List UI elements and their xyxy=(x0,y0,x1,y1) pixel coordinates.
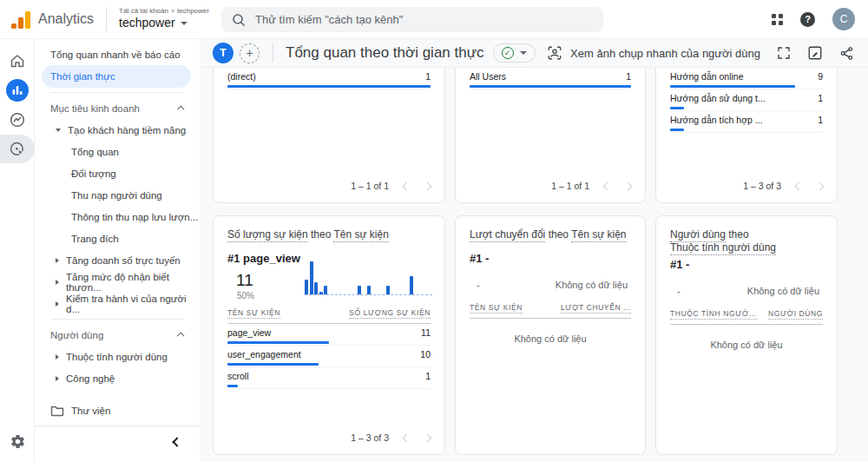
share-button[interactable] xyxy=(839,46,854,61)
sidebar-item-library[interactable]: Thư viện xyxy=(35,399,200,421)
insights-button[interactable] xyxy=(807,45,823,61)
pagination: 1 – 1 of 1 xyxy=(351,181,431,191)
sidebar-item-label: Tăng doanh số trực tuyến xyxy=(66,255,181,266)
sidebar-item-user-attributes[interactable]: Thuộc tính người dùng xyxy=(35,346,200,367)
sidebar-item-overview[interactable]: Tổng quan xyxy=(35,141,200,162)
prev-page-icon[interactable] xyxy=(403,433,411,442)
reports-icon xyxy=(6,79,29,102)
explore-icon xyxy=(9,111,26,129)
section-label: Người dùng xyxy=(50,330,103,340)
row-value: 1 xyxy=(425,371,431,382)
caret-right-icon xyxy=(56,301,59,307)
pagination-label: 1 – 3 of 3 xyxy=(743,181,781,191)
user-snapshot-button[interactable]: Xem ảnh chụp nhanh của người dùng xyxy=(547,45,760,61)
row-label: page_view xyxy=(227,327,271,339)
section-label: Mục tiêu kinh doanh xyxy=(50,103,140,114)
table-row: Hướng dẫn online 9 xyxy=(670,68,823,89)
rail-item-explore[interactable] xyxy=(0,105,35,134)
sidebar-item-tech[interactable]: Công nghệ xyxy=(35,367,200,389)
checkmark-icon: ✓ xyxy=(502,47,514,59)
row-bar xyxy=(227,341,329,344)
dimension-selector[interactable]: Tên sự kiện xyxy=(571,228,626,242)
next-page-icon[interactable] xyxy=(624,182,633,190)
collapse-sidebar-icon[interactable] xyxy=(172,437,181,446)
row-bar xyxy=(670,129,684,131)
metric-selector[interactable]: Lượt chuyển đổi xyxy=(470,228,545,242)
home-icon xyxy=(9,52,26,69)
insights-edit-icon xyxy=(807,45,823,61)
row-bar xyxy=(470,85,631,88)
sidebar-item-label: Thông tin thu nạp lưu lượn... xyxy=(71,212,198,222)
column-header[interactable]: NGƯỜI DÙNG xyxy=(768,309,823,320)
sidebar-item-audiences[interactable]: Đối tượng xyxy=(35,162,200,184)
next-page-icon[interactable] xyxy=(816,182,825,190)
add-comparison-button[interactable]: + xyxy=(240,43,260,63)
card-traffic-sources: (direct) 1 1 – 1 of 1 xyxy=(213,68,445,203)
sidebar-item-traffic-acquisition[interactable]: Thông tin thu nạp lưu lượn... xyxy=(35,206,200,228)
sidebar-item-landing-page[interactable]: Trang đích xyxy=(35,228,200,249)
sidebar-item-overview-snapshot[interactable]: Tổng quan nhanh về báo cáo xyxy=(35,43,200,65)
next-page-icon[interactable] xyxy=(424,182,432,190)
sidebar-item-label: Kiểm tra hành vi của người d... xyxy=(66,294,200,314)
report-status-dropdown[interactable]: ✓ xyxy=(493,43,536,63)
user-snapshot-icon xyxy=(547,45,562,61)
sidebar-item-label: Thư viện xyxy=(71,406,110,416)
sidebar-item-label: Tổng quan xyxy=(71,147,119,157)
row-value: 9 xyxy=(818,71,823,82)
rail-item-admin[interactable] xyxy=(0,433,35,450)
rail-item-advertising[interactable] xyxy=(0,135,35,163)
rail-item-reports[interactable] xyxy=(0,76,35,104)
column-header[interactable]: TÊN SỰ KIỆN xyxy=(470,303,523,314)
topbar-divider xyxy=(106,7,107,31)
column-header[interactable]: THUỘC TÍNH NGƯỜ... xyxy=(670,309,757,320)
prev-page-icon[interactable] xyxy=(603,182,612,190)
chevron-down-icon xyxy=(181,22,187,25)
sidebar-item-user-acquisition[interactable]: Thu nạp người dùng xyxy=(35,184,200,206)
next-page-icon[interactable] xyxy=(424,433,432,442)
rail-item-home[interactable] xyxy=(0,46,35,75)
analytics-logo-icon[interactable] xyxy=(11,10,30,29)
sidebar-item-drive-sales[interactable]: Tăng doanh số trực tuyến xyxy=(35,249,200,271)
card-title: Số lượng sự kiện theo Tên sự kiện xyxy=(214,216,444,241)
sidebar-item-examine-behavior[interactable]: Kiểm tra hành vi của người d... xyxy=(35,293,200,314)
dimension-selector[interactable]: Thuộc tính người dùng xyxy=(670,241,776,255)
metric-selector[interactable]: Số lượng sự kiện xyxy=(227,228,308,242)
column-header[interactable]: TÊN SỰ KIỆN xyxy=(227,308,280,319)
sidebar-section-user[interactable]: Người dùng xyxy=(35,324,200,346)
row-label: user_engagement xyxy=(227,349,301,360)
apps-grid-icon[interactable] xyxy=(772,14,783,25)
pagination-label: 1 – 3 of 3 xyxy=(351,432,389,443)
sidebar-item-label: Tổng quan nhanh về báo cáo xyxy=(50,50,181,60)
sidebar-item-realtime[interactable]: Thời gian thực xyxy=(42,65,191,88)
sidebar-item-label: Thuộc tính người dùng xyxy=(66,352,168,362)
row-bar xyxy=(670,85,795,88)
sidebar-item-label: Tạo khách hàng tiềm năng xyxy=(68,125,186,135)
row-value: 1 xyxy=(818,115,823,126)
sidebar-section-business-goals[interactable]: Mục tiêu kinh doanh xyxy=(35,97,200,119)
fullscreen-button[interactable] xyxy=(777,46,791,60)
workspace-avatar[interactable]: T xyxy=(213,43,233,63)
row-label: Hướng dẫn online xyxy=(670,71,744,82)
prev-page-icon[interactable] xyxy=(795,182,804,190)
prev-page-icon[interactable] xyxy=(403,182,411,190)
sidebar-item-raise-awareness[interactable]: Tăng mức độ nhận biết thươn... xyxy=(35,271,200,293)
chevron-down-icon xyxy=(520,51,527,55)
pagination: 1 – 3 of 3 xyxy=(351,432,431,443)
account-switcher[interactable]: Tất cả tài khoản > techpower techpower xyxy=(119,7,209,31)
avatar[interactable]: C xyxy=(832,8,855,30)
column-header[interactable]: SỐ LƯỢNG SỰ KIỆN xyxy=(349,308,431,319)
card-summary: #1 page_view 11 50% xyxy=(214,241,444,300)
rank-label: #1 xyxy=(670,258,682,271)
table-row: All Users 1 xyxy=(470,68,631,89)
table-empty-state: Không có dữ liệu xyxy=(456,333,645,344)
row-value: 1 xyxy=(818,93,823,104)
row-label: Hướng dẫn sử dụng t... xyxy=(670,93,766,104)
metric-selector[interactable]: Người dùng xyxy=(670,228,726,242)
help-icon[interactable]: ? xyxy=(800,12,815,27)
dimension-selector[interactable]: Tên sự kiện xyxy=(333,228,388,242)
row-value: 11 xyxy=(421,327,431,339)
search-bar[interactable] xyxy=(221,7,603,32)
column-header[interactable]: LƯỢT CHUYỂN ... xyxy=(561,303,631,314)
sidebar-item-generate-leads[interactable]: Tạo khách hàng tiềm năng xyxy=(35,119,200,141)
search-input[interactable] xyxy=(255,13,593,26)
